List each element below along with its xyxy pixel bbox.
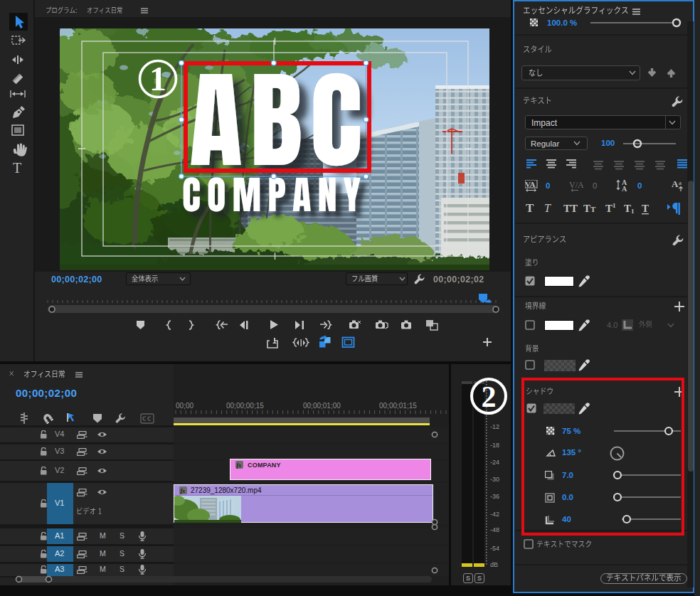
svg-text:V/A: V/A [569,180,584,190]
svg-text:1: 1 [149,60,166,97]
svg-text:1: 1 [631,208,635,215]
svg-text:fx: fx [237,462,242,469]
svg-text:00;00;01;15: 00;00;01;15 [379,402,417,410]
svg-text:VA: VA [525,180,536,188]
svg-text:00;00;00;15: 00;00;00;15 [226,402,264,410]
svg-text:2: 2 [482,381,497,413]
svg-text:T: T [624,203,631,214]
svg-text:A: A [622,185,627,192]
svg-text:00;00;01;00: 00;00;01;00 [303,402,341,410]
svg-text:T: T [583,203,590,214]
svg-text:fx: fx [181,488,186,494]
svg-text:T: T [590,205,596,213]
svg-text:T: T [13,160,21,176]
svg-text:00;00: 00;00 [176,402,193,410]
svg-text:A: A [672,179,679,189]
svg-text:T: T [605,203,612,214]
svg-text:TT: TT [563,203,578,214]
svg-text:1: 1 [612,202,616,209]
svg-text:T: T [544,202,551,214]
svg-text:T: T [526,201,534,215]
svg-text:a: a [679,179,682,186]
svg-text:T: T [642,203,649,214]
